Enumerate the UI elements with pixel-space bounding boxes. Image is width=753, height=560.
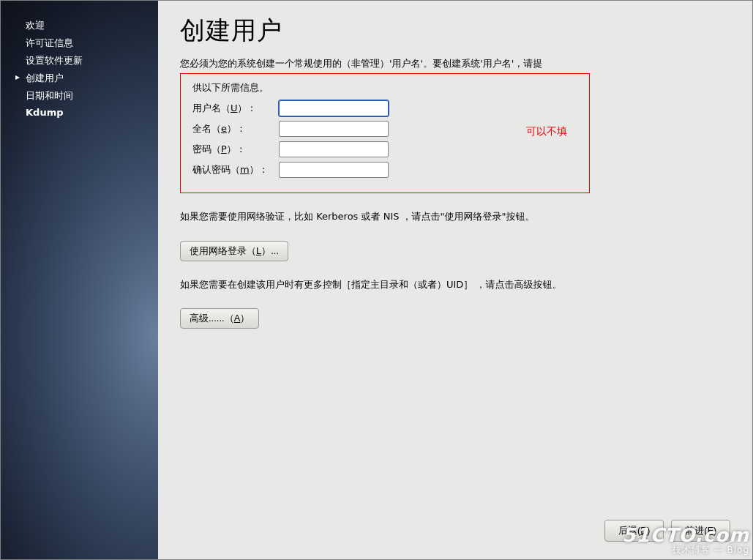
sidebar-item-create-user[interactable]: 创建用户 — [26, 70, 158, 87]
intro-line1: 您必须为您的系统创建一个常规使用的（非管理）'用户名'。要创建系统'用户名'，请… — [180, 56, 730, 72]
row-username: 用户名（U）： — [192, 100, 577, 116]
sidebar-item-label: 欢迎 — [26, 20, 45, 31]
sidebar-list: 欢迎 许可证信息 设置软件更新 创建用户 日期和时间 Kdump — [1, 1, 158, 120]
sidebar-item-label: 日期和时间 — [26, 90, 73, 101]
main-content: 创建用户 您必须为您的系统创建一个常规使用的（非管理）'用户名'。要创建系统'用… — [158, 1, 752, 559]
network-login-text: 如果您需要使用网络验证，比如 Kerberos 或者 NIS ，请点击"使用网络… — [180, 209, 730, 225]
sidebar-item-datetime[interactable]: 日期和时间 — [26, 87, 158, 105]
sidebar-item-label: 设置软件更新 — [26, 55, 83, 66]
username-input[interactable] — [279, 100, 389, 116]
bottom-bar: 后退(B) 前进(F) — [604, 520, 730, 542]
optional-annotation: 可以不填 — [526, 125, 567, 138]
row-fullname: 全名（e）： — [192, 121, 577, 137]
label-password: 密码（P）： — [192, 143, 279, 156]
intro-line2: 供以下所需信息。 — [192, 81, 577, 94]
sidebar-item-kdump[interactable]: Kdump — [26, 105, 158, 120]
network-login-button[interactable]: 使用网络登录（L）... — [180, 241, 288, 261]
label-fullname: 全名（e）： — [192, 122, 279, 135]
sidebar-item-license[interactable]: 许可证信息 — [26, 34, 158, 52]
label-confirm: 确认密码（m）： — [192, 163, 279, 176]
fullname-input[interactable] — [279, 121, 389, 137]
back-button[interactable]: 后退(B) — [604, 520, 664, 542]
confirm-input[interactable] — [279, 162, 389, 178]
sidebar-item-label: 创建用户 — [26, 72, 64, 83]
sidebar-item-updates[interactable]: 设置软件更新 — [26, 52, 158, 70]
sidebar: 欢迎 许可证信息 设置软件更新 创建用户 日期和时间 Kdump — [1, 1, 158, 559]
row-confirm: 确认密码（m）： — [192, 162, 577, 178]
advanced-button[interactable]: 高级......（A） — [180, 308, 259, 329]
label-username: 用户名（U）： — [192, 102, 279, 115]
page-title: 创建用户 — [180, 14, 730, 48]
forward-button[interactable]: 前进(F) — [671, 520, 730, 542]
sidebar-item-label: 许可证信息 — [26, 37, 73, 48]
advanced-text: 如果您需要在创建该用户时有更多控制［指定主目录和（或者）UID］ ，请点击高级按… — [180, 277, 730, 293]
sidebar-item-welcome[interactable]: 欢迎 — [26, 17, 158, 34]
password-input[interactable] — [279, 141, 389, 157]
user-form-box: 供以下所需信息。 用户名（U）： 全名（e）： 密码（P）： 确认密码（m）： … — [180, 73, 590, 193]
sidebar-item-label: Kdump — [26, 107, 64, 118]
row-password: 密码（P）： — [192, 141, 577, 157]
